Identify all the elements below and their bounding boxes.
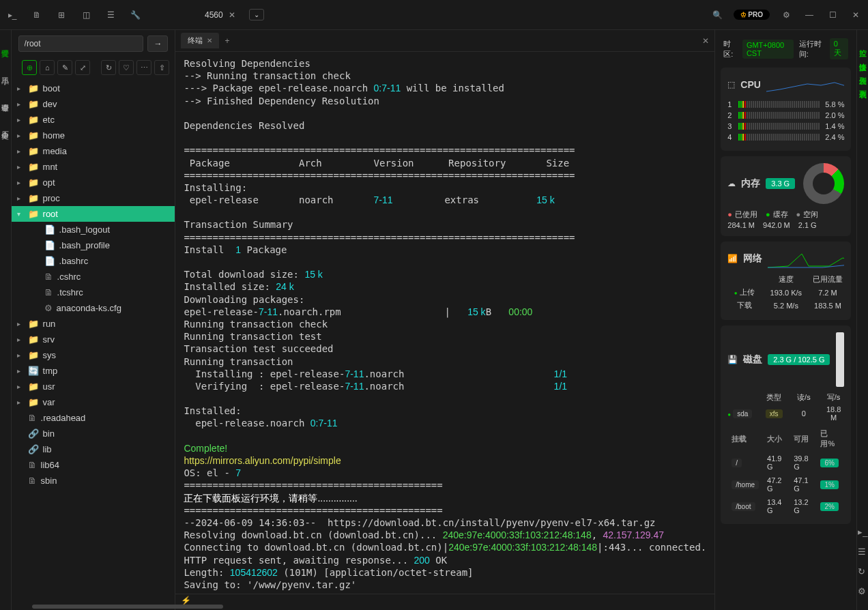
file-tree: ▸📁boot▸📁dev▸📁etc▸📁home▸📁media▸📁mnt▸📁opt▸… (12, 78, 175, 603)
list-icon[interactable]: ☰ (858, 547, 867, 557)
split-icon[interactable]: ◫ (79, 8, 93, 22)
tree-item-etc[interactable]: ▸📁etc (12, 112, 175, 128)
mem-badge: 3.3 G (766, 178, 795, 189)
folder-icon: 📁 (28, 162, 39, 172)
tree-item-anaconda-ks.cfg[interactable]: ⚙anaconda-ks.cfg (12, 300, 175, 316)
mem-title: 内存 (741, 177, 760, 190)
expand-icon[interactable]: ⤢ (75, 60, 90, 75)
tree-item-.tcshrc[interactable]: 🗎.tcshrc (12, 285, 175, 300)
home-icon[interactable]: ⌂ (40, 60, 55, 75)
minimize-icon[interactable]: — (802, 8, 816, 22)
disk-title: 磁盘 (743, 353, 762, 366)
close-all-icon[interactable]: ✕ (702, 36, 709, 46)
window-tab[interactable]: 4560 ✕ (197, 8, 244, 23)
tree-item-root[interactable]: ▾📁root (12, 206, 175, 222)
navigate-button[interactable]: → (147, 35, 168, 52)
folder-icon: 🔄 (28, 366, 39, 376)
refresh-icon[interactable]: ↻ (101, 60, 116, 75)
close-window-icon[interactable]: ✕ (849, 8, 863, 22)
folder-icon: 📁 (28, 177, 39, 188)
add-tab-icon[interactable]: + (225, 36, 229, 46)
tab-label: 4560 (205, 10, 223, 20)
edit-icon[interactable]: ✎ (57, 60, 72, 75)
file-icon: 📄 (44, 256, 55, 266)
search-icon[interactable]: 🔍 (710, 8, 724, 22)
tree-item-.bash_logout[interactable]: 📄.bash_logout (12, 222, 175, 237)
tree-item-mnt[interactable]: ▸📁mnt (12, 159, 175, 175)
grid-icon[interactable]: ⊞ (55, 8, 68, 22)
tz-label: 时区: (723, 39, 737, 59)
gear-icon[interactable]: ⚙ (779, 8, 793, 22)
tree-item-lib64[interactable]: 🗎lib64 (12, 457, 175, 473)
tree-item-.bash_profile[interactable]: 📄.bash_profile (12, 237, 175, 253)
more-icon[interactable]: ⋯ (136, 60, 151, 75)
tree-item-var[interactable]: ▸📁var (12, 394, 175, 410)
folder-icon: 📁 (28, 99, 39, 109)
net-sparkline (768, 248, 844, 269)
tree-item-.cshrc[interactable]: 🗎.cshrc (12, 269, 175, 285)
wrench-icon[interactable]: 🔧 (128, 8, 142, 22)
tab-dropdown[interactable]: ⌄ (249, 9, 264, 20)
file-icon: 📄 (44, 240, 55, 250)
link-icon: 🔗 (28, 444, 39, 454)
cpu-icon: ⬚ (727, 80, 735, 89)
path-input[interactable] (18, 35, 144, 52)
refresh-icon[interactable]: ↻ (858, 566, 867, 577)
maximize-icon[interactable]: ☐ (826, 8, 839, 22)
tree-item-proc[interactable]: ▸📁proc (12, 190, 175, 206)
terminal-output[interactable]: Resolving Dependencies --> Running trans… (175, 52, 714, 594)
tree-item-.readahead[interactable]: 🗎.readahead (12, 410, 175, 426)
file-icon[interactable]: 🗎 (30, 8, 44, 22)
pro-badge[interactable]: ♔PRO (734, 10, 770, 20)
file-icon: 🗎 (28, 476, 37, 486)
cpu-title: CPU (740, 79, 761, 90)
tree-item-opt[interactable]: ▸📁opt (12, 175, 175, 190)
terminal-tab[interactable]: 终端 ✕ (181, 33, 219, 48)
prompt-icon[interactable]: ⚡ (181, 596, 191, 605)
panel-icon[interactable]: ▸_ (858, 527, 867, 537)
file-icon: 🗎 (28, 413, 37, 423)
cpu-core-row: 31.4 % (727, 122, 844, 130)
favorite-icon[interactable]: ♡ (119, 60, 134, 75)
tree-item-bin[interactable]: 🔗bin (12, 426, 175, 441)
mem-used: 284.1 M (727, 221, 755, 229)
file-icon: 🗎 (44, 272, 53, 282)
disk-card: 💾 磁盘 2.3 G / 102.5 G 类型读/s写/s ● sdaxfs01… (721, 325, 851, 524)
legend-free: 空闲 (796, 209, 819, 220)
folder-icon: 📁 (28, 350, 39, 360)
upload-icon[interactable]: ⇧ (154, 60, 169, 75)
tree-item-srv[interactable]: ▸📁srv (12, 332, 175, 347)
disk-bar (836, 332, 844, 387)
settings-icon[interactable]: ⚙ (858, 586, 867, 596)
cpu-card: ⬚ CPU 15.8 %22.0 %31.4 %42.4 % (721, 68, 851, 151)
list-icon[interactable]: ☰ (104, 8, 117, 22)
wifi-icon: 📶 (727, 254, 738, 263)
file-panel: → ⊕ ⌂ ✎ ⤢ ↻ ♡ ⋯ ⇧ ▸📁boot▸📁dev▸📁etc▸📁home… (12, 30, 176, 610)
close-icon[interactable]: ✕ (207, 37, 212, 44)
h-scrollbar[interactable] (12, 603, 175, 610)
tree-item-media[interactable]: ▸📁media (12, 143, 175, 159)
tree-item-dev[interactable]: ▸📁dev (12, 96, 175, 112)
tree-item-sys[interactable]: ▸📁sys (12, 347, 175, 363)
cloud-icon: ☁ (727, 179, 736, 188)
mem-cache: 942.0 M (763, 221, 790, 229)
tree-item-lib[interactable]: 🔗lib (12, 441, 175, 457)
tree-item-home[interactable]: ▸📁home (12, 128, 175, 143)
folder-icon: 📁 (28, 130, 39, 141)
left-sidebar: 文件管理 小黑 命令管理 历史命令 (0, 30, 12, 610)
close-icon[interactable]: ✕ (229, 10, 235, 20)
tree-item-sbin[interactable]: 🗎sbin (12, 473, 175, 489)
terminal-icon[interactable]: ▸_ (5, 8, 19, 22)
folder-icon: 📁 (28, 193, 39, 203)
tree-item-.bashrc[interactable]: 📄.bashrc (12, 253, 175, 269)
tree-item-boot[interactable]: ▸📁boot (12, 81, 175, 96)
disk-mount-row: /boot13.4 G13.2 G2% (727, 495, 844, 517)
add-icon[interactable]: ⊕ (22, 60, 37, 75)
tree-item-usr[interactable]: ▸📁usr (12, 379, 175, 394)
monitor-panel: 时区: GMT+0800 CST 运行时间: 0 天 ⬚ CPU 15.8 %2… (714, 30, 856, 610)
disk-badge: 2.3 G / 102.5 G (768, 354, 830, 365)
terminal-footer: ⚡ (175, 594, 714, 610)
tree-item-tmp[interactable]: ▸🔄tmp (12, 363, 175, 379)
folder-icon: 📁 (28, 381, 39, 392)
tree-item-run[interactable]: ▸📁run (12, 316, 175, 332)
